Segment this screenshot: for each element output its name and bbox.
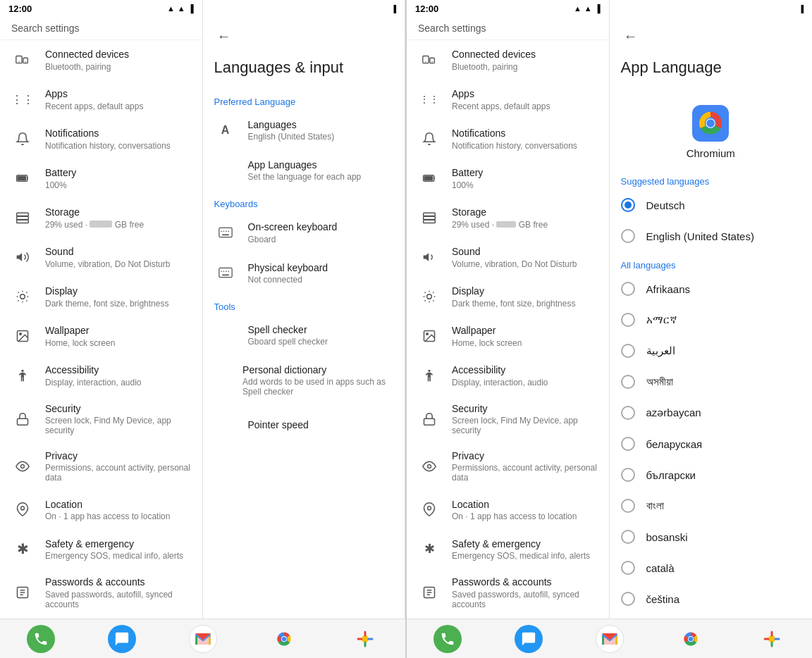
gmail-app-left[interactable]	[189, 625, 217, 653]
radio-deutsch[interactable]	[621, 198, 635, 212]
settings-item-location-right[interactable]: Location On · 1 app has access to locati…	[407, 490, 609, 529]
photos-app-right[interactable]	[758, 625, 786, 653]
lang-option-arabic[interactable]: العربية	[610, 335, 813, 366]
display-icon-r	[418, 285, 441, 308]
lang-option-assamese[interactable]: অসমীয়া	[610, 366, 813, 397]
lang-option-english-us[interactable]: English (United States)	[610, 221, 813, 252]
storage-subtitle: 29% used · GB free	[45, 220, 191, 230]
lang-option-bosnian[interactable]: bosanski	[610, 521, 813, 552]
settings-item-notifications-left[interactable]: Notifications Notification history, conv…	[0, 119, 202, 159]
location-icon-r	[418, 498, 441, 521]
settings-item-apps-right[interactable]: ⋮⋮ Apps Recent apps, default apps	[407, 80, 609, 119]
settings-item-connected-right[interactable]: Connected devices Bluetooth, pairing	[407, 40, 609, 80]
lang-item-physical[interactable]: Physical keyboard Not connected	[203, 253, 405, 293]
lang-option-bengali[interactable]: বাংলা	[610, 490, 813, 521]
settings-item-passwords-left[interactable]: Passwords & accounts Saved passwords, au…	[0, 569, 202, 616]
lang-item-app-languages[interactable]: App Languages Set the language for each …	[203, 150, 405, 190]
lang-option-afrikaans[interactable]: Afrikaans	[610, 273, 813, 304]
accessibility-title: Accessibility	[45, 364, 191, 376]
lang-item-languages[interactable]: A Languages English (United States)	[203, 110, 405, 150]
search-bar-left[interactable]: Search settings	[0, 17, 202, 40]
pointer-title: Pointer speed	[248, 418, 309, 431]
bengali-label: বাংলা	[646, 499, 664, 512]
radio-belarusian[interactable]	[621, 437, 635, 451]
settings-item-accessibility-left[interactable]: Accessibility Display, interaction, audi…	[0, 356, 202, 395]
lang-option-deutsch[interactable]: Deutsch	[610, 190, 813, 221]
radio-english-us[interactable]	[621, 229, 635, 243]
lang-option-amharic[interactable]: አማርኛ	[610, 304, 813, 335]
search-bar-right[interactable]: Search settings	[407, 17, 609, 40]
settings-item-display-left[interactable]: Display Dark theme, font size, brightnes…	[0, 277, 202, 316]
radio-amharic[interactable]	[621, 313, 635, 327]
settings-item-connected-devices-left[interactable]: Connected devices Bluetooth, pairing	[0, 40, 202, 80]
settings-item-security-left[interactable]: Security Screen lock, Find My Device, ap…	[0, 395, 202, 442]
settings-item-battery-right[interactable]: Battery 100%	[407, 159, 609, 198]
battery-icon-r	[418, 167, 441, 190]
photos-app-left[interactable]	[351, 625, 379, 653]
radio-bulgarian[interactable]	[621, 468, 635, 482]
lang-item-personal-dict[interactable]: Personal dictionary Add words to be used…	[203, 355, 405, 405]
lang-option-belarusian[interactable]: беларуская	[610, 428, 813, 459]
storage-title: Storage	[45, 206, 191, 218]
app-lang-back-button[interactable]: ←	[621, 25, 641, 47]
svg-point-22	[21, 464, 25, 468]
settings-item-location-left[interactable]: Location On · 1 app has access to locati…	[0, 490, 202, 529]
battery-subtitle: 100%	[45, 180, 191, 190]
messages-app-right[interactable]	[515, 625, 543, 653]
radio-arabic[interactable]	[621, 344, 635, 358]
settings-item-privacy-right[interactable]: Privacy Permissions, account activity, p…	[407, 442, 609, 490]
chrome-app-right[interactable]	[677, 625, 705, 653]
radio-assamese[interactable]	[621, 375, 635, 389]
radio-azerbaijani[interactable]	[621, 406, 635, 420]
bulgarian-label: български	[646, 469, 696, 481]
gmail-app-right[interactable]	[596, 625, 624, 653]
settings-item-wallpaper-right[interactable]: Wallpaper Home, lock screen	[407, 316, 609, 356]
lang-option-azerbaijani[interactable]: azərbaycan	[610, 397, 813, 428]
security-icon	[11, 408, 34, 430]
connected-devices-subtitle: Bluetooth, pairing	[45, 62, 191, 72]
settings-item-access-right[interactable]: Accessibility Display, interaction, audi…	[407, 356, 609, 395]
settings-item-display-right[interactable]: Display Dark theme, font size, brightnes…	[407, 277, 609, 316]
lang-option-czech[interactable]: čeština	[610, 583, 813, 614]
privacy-title: Privacy	[45, 449, 191, 462]
svg-point-2	[18, 61, 19, 62]
lang-option-catalan[interactable]: català	[610, 552, 813, 583]
phone-app-right[interactable]	[433, 625, 462, 653]
messages-app-left[interactable]	[108, 625, 136, 653]
settings-item-sound-left[interactable]: Sound Volume, vibration, Do Not Disturb	[0, 237, 202, 277]
radio-afrikaans[interactable]	[621, 282, 635, 296]
settings-item-notif-right[interactable]: Notifications Notification history, conv…	[407, 119, 609, 159]
settings-item-wallpaper-left[interactable]: Wallpaper Home, lock screen	[0, 316, 202, 356]
display-icon	[11, 285, 34, 308]
wallpaper-icon-r	[418, 325, 441, 347]
settings-item-security-right[interactable]: Security Screen lock, Find My Device, ap…	[407, 395, 609, 442]
passwords-title: Passwords & accounts	[45, 576, 191, 588]
phone-app-left[interactable]	[27, 625, 55, 653]
chrome-app-left[interactable]	[270, 625, 298, 653]
connected-devices-title: Connected devices	[45, 48, 191, 61]
settings-item-battery-left[interactable]: Battery 100%	[0, 159, 202, 198]
radio-catalan[interactable]	[621, 561, 635, 575]
radio-bosnian[interactable]	[621, 530, 635, 544]
svg-rect-61	[424, 418, 435, 425]
lang-item-on-screen[interactable]: On-screen keyboard Gboard	[203, 212, 405, 252]
radio-czech[interactable]	[621, 592, 635, 606]
settings-item-privacy-left[interactable]: Privacy Permissions, account activity, p…	[0, 442, 202, 490]
lang-option-bulgarian[interactable]: български	[610, 459, 813, 490]
lang-back-button[interactable]: ←	[214, 25, 234, 47]
amharic-label: አማርኛ	[646, 314, 677, 326]
settings-item-sound-right[interactable]: Sound Volume, vibration, Do Not Disturb	[407, 237, 609, 277]
settings-item-passwords-right[interactable]: Passwords & accounts Saved passwords, au…	[407, 569, 609, 616]
wallpaper-title: Wallpaper	[45, 324, 191, 337]
settings-item-safety-right[interactable]: ✱ Safety & emergency Emergency SOS, medi…	[407, 529, 609, 569]
svg-point-60	[428, 370, 430, 372]
settings-item-safety-left[interactable]: ✱ Safety & emergency Emergency SOS, medi…	[0, 529, 202, 569]
lang-item-spell[interactable]: Spell checker Gboard spell checker	[203, 315, 405, 355]
settings-item-storage-left[interactable]: Storage 29% used · GB free	[0, 198, 202, 237]
czech-label: čeština	[646, 593, 680, 605]
lang-item-pointer[interactable]: Pointer speed	[203, 405, 405, 445]
settings-item-storage-right[interactable]: Storage 29% used · GB free	[407, 198, 609, 237]
radio-bengali[interactable]	[621, 499, 635, 513]
settings-item-apps-left[interactable]: ⋮⋮ Apps Recent apps, default apps	[0, 80, 202, 119]
storage-icon-r	[418, 206, 441, 229]
